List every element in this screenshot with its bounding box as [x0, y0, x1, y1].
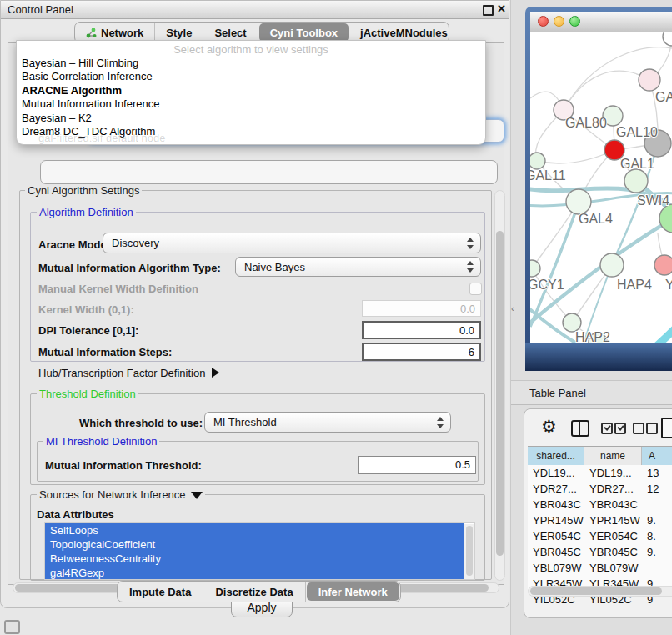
table-cell: YDL19... [584, 465, 642, 481]
table-cell: YBL079W [584, 560, 642, 576]
hub-factor-section[interactable]: Hub/Transcription Factor Definition [38, 367, 219, 379]
data-attributes-header: Data Attributes [37, 508, 114, 521]
algorithm-option[interactable]: Basic Correlation Inference [20, 70, 482, 83]
tab-discretize-data[interactable]: Discretize Data [203, 582, 305, 602]
node-label: GAL [655, 90, 672, 104]
table-cell: 13 [642, 465, 672, 481]
table-cell: 9. [642, 544, 672, 560]
tab-network-label: Network [101, 27, 143, 39]
network-node[interactable] [600, 253, 624, 277]
network-graph: GALGAL80GAL10GAL1GAL11SWI4GAL4GCY1HAP4YH… [530, 32, 672, 343]
table-row[interactable]: YDL19...YDL19...13 [528, 465, 672, 481]
dpi-tolerance-field[interactable]: 0.0 [362, 321, 481, 339]
tab-cyni-toolbox[interactable]: Cyni Toolbox [259, 23, 349, 42]
table-cell [642, 497, 672, 512]
float-window-icon[interactable] [483, 5, 494, 16]
panel-divider[interactable] [510, 0, 511, 635]
bottom-tab-bar: Impute Data Discretize Data Infer Networ… [117, 581, 401, 602]
table-row[interactable]: YBR045CYBR045C9. [528, 544, 672, 560]
vertical-scroll-thumb[interactable] [496, 231, 504, 556]
node-label: GAL1 [620, 157, 654, 171]
tab-impute-data[interactable]: Impute Data [118, 582, 203, 602]
column-header-third[interactable]: A [642, 447, 672, 465]
attribute-list-item[interactable]: SelfLoops [45, 523, 464, 538]
network-node[interactable] [530, 260, 540, 277]
table-cell: YBR043C [584, 497, 642, 512]
collapsed-panel-icon[interactable] [4, 620, 20, 634]
checked-checkbox-icon[interactable] [614, 422, 626, 434]
expand-right-icon[interactable] [212, 368, 219, 378]
table-toolbar: ⚙ [524, 409, 672, 446]
node-label: HAP4 [617, 278, 652, 292]
algorithm-option[interactable]: Mutual Information Inference [20, 98, 482, 111]
network-node[interactable] [659, 204, 672, 232]
table-scroll-thumb[interactable] [530, 588, 662, 595]
algorithm-option[interactable]: Bayesian – Hill Climbing [20, 57, 482, 70]
network-node[interactable] [530, 152, 545, 169]
list-scrollbar[interactable] [464, 524, 474, 579]
unchecked-checkbox-icon[interactable] [646, 422, 658, 434]
network-node[interactable] [639, 69, 660, 91]
algorithm-option[interactable]: Bayesian – K2 [20, 112, 482, 125]
unchecked-checkbox-icon[interactable] [633, 422, 644, 434]
tab-infer-network[interactable]: Infer Network [307, 582, 399, 601]
control-panel-titlebar: Control Panel ✕ [1, 1, 509, 19]
zoom-traffic-light[interactable] [569, 16, 580, 27]
combo-showthrough-text: gal-filtered.sif default node [38, 132, 165, 144]
spinner-icon [436, 417, 444, 428]
table-row[interactable]: YBL079WYBL079W [528, 560, 672, 576]
network-canvas[interactable]: GALGAL80GAL10GAL1GAL11SWI4GAL4GCY1HAP4YH… [530, 32, 672, 343]
kernel-width-field[interactable]: 0.0 [362, 300, 481, 317]
mi-type-value: Naive Bayes [244, 261, 305, 273]
table-cell: YBR043C [528, 497, 584, 512]
network-window-bottom-frame [525, 343, 672, 371]
column-header-shared[interactable]: shared... [528, 447, 584, 465]
network-node[interactable] [654, 255, 672, 275]
algorithm-dropdown-list: Bayesian – Hill ClimbingBasic Correlatio… [20, 57, 482, 138]
table-row[interactable]: YBR043CYBR043C [528, 497, 672, 512]
attribute-list-item[interactable]: BetweennessCentrality [45, 552, 464, 566]
page-icon[interactable] [661, 418, 672, 438]
check-icon [604, 423, 610, 431]
dpi-tolerance-label: DPI Tolerance [0,1]: [38, 324, 138, 337]
which-threshold-value: MI Threshold [213, 416, 277, 428]
data-attributes-list[interactable]: SelfLoopsTopologicalCoefficientBetweenne… [44, 522, 475, 580]
gear-icon[interactable]: ⚙ [541, 417, 557, 437]
tab-cyni-toolbox-label: Cyni Toolbox [270, 27, 338, 39]
network-window-titlebar[interactable] [530, 12, 672, 32]
node-label: HAP2 [575, 330, 610, 343]
mi-type-combo[interactable]: Naive Bayes [235, 257, 481, 277]
network-table-combo[interactable] [40, 160, 498, 184]
column-header-name[interactable]: name [584, 447, 642, 465]
network-node[interactable] [566, 189, 591, 214]
minimize-traffic-light[interactable] [554, 16, 564, 27]
table-panel-title: Table Panel [529, 387, 586, 399]
tab-jactivemnodules-label: jActiveMNodules [360, 27, 448, 39]
network-node[interactable] [663, 32, 672, 46]
table-row[interactable]: YER054CYER054C8. [528, 528, 672, 544]
attribute-list-item[interactable]: TopologicalCoefficient [45, 538, 464, 552]
aracne-mode-combo[interactable]: Discovery [103, 232, 481, 253]
network-node[interactable] [624, 169, 648, 192]
list-scrollbar-thumb[interactable] [466, 526, 473, 576]
close-traffic-light[interactable] [538, 16, 549, 27]
manual-kernel-checkbox[interactable] [469, 282, 482, 295]
table-panel-window: ⚙ shared... name A YDL19...YDL19...13YDR… [524, 408, 672, 618]
panel-divider-handle[interactable]: ‹ [511, 303, 514, 313]
mi-threshold-field[interactable]: 0.5 [358, 456, 476, 474]
columns-icon[interactable] [571, 420, 589, 437]
sources-title-text: Sources for Network Inference [39, 488, 186, 501]
table-horizontal-scrollbar[interactable] [528, 586, 672, 597]
which-threshold-combo[interactable]: MI Threshold [204, 412, 451, 432]
table-row[interactable]: YDR27...YDR27...12 [528, 481, 672, 497]
mi-steps-field[interactable]: 6 [362, 342, 481, 361]
settings-vertical-scrollbar[interactable] [494, 190, 505, 581]
mi-threshold-group-title: MI Threshold Definition [43, 435, 159, 448]
network-node[interactable] [563, 313, 581, 332]
checked-checkbox-icon[interactable] [601, 422, 613, 434]
collapse-down-icon[interactable] [191, 492, 203, 499]
attribute-list-item[interactable]: gal4RGexp [45, 566, 464, 580]
table-row[interactable]: YPR145WYPR145W9. [528, 512, 672, 528]
algorithm-option[interactable]: ARACNE Algorithm [20, 84, 482, 98]
close-icon[interactable]: ✕ [497, 2, 506, 15]
